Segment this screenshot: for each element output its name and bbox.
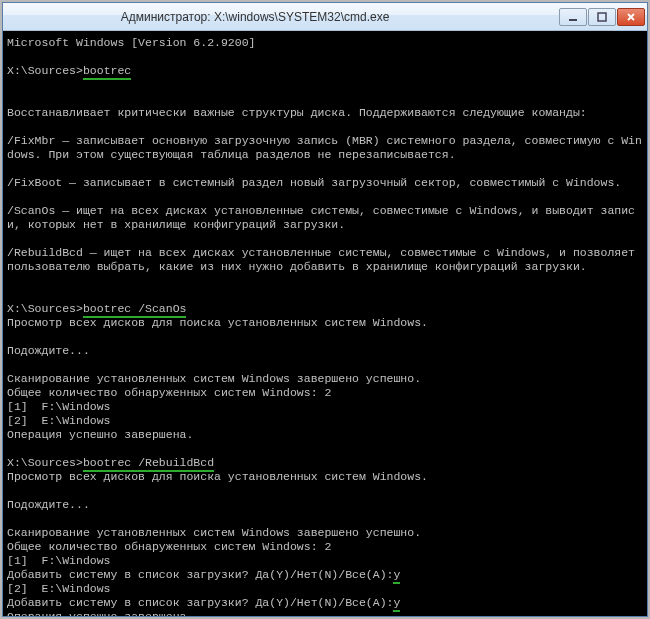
maximize-icon <box>597 12 607 22</box>
close-button[interactable] <box>617 8 645 26</box>
answer-1: y <box>393 568 400 584</box>
prompt-3: X:\Sources> <box>7 456 83 469</box>
scan-done-2: Сканирование установленных систем Window… <box>7 526 421 539</box>
close-icon <box>626 12 636 22</box>
fixmbr-desc: /FixMbr — записывает основную загрузочну… <box>7 134 642 161</box>
entry-1a: [1] F:\Windows <box>7 400 111 413</box>
svg-rect-1 <box>598 13 606 21</box>
window-title: Администратор: X:\windows\SYSTEM32\cmd.e… <box>11 10 559 24</box>
window-controls <box>559 8 645 26</box>
op-done-2: Операция успешно завершена. <box>7 610 193 616</box>
wait-msg-2: Подождите... <box>7 498 90 511</box>
scan-msg-2: Просмотр всех дисков для поиска установл… <box>7 470 428 483</box>
total-found-1: Общее количество обнаруженных систем Win… <box>7 386 331 399</box>
minimize-button[interactable] <box>559 8 587 26</box>
add-prompt-1: Добавить систему в список загрузки? Да(Y… <box>7 568 393 581</box>
add-prompt-2: Добавить систему в список загрузки? Да(Y… <box>7 596 393 609</box>
scanos-desc: /ScanOs — ищет на всех дисках установлен… <box>7 204 635 231</box>
fixboot-desc: /FixBoot — записывает в системный раздел… <box>7 176 621 189</box>
version-line: Microsoft Windows [Version 6.2.9200] <box>7 36 255 49</box>
op-done-1: Операция успешно завершена. <box>7 428 193 441</box>
entry-2a: [2] E:\Windows <box>7 414 111 427</box>
cmd-bootrec: bootrec <box>83 64 131 80</box>
total-found-2: Общее количество обнаруженных систем Win… <box>7 540 331 553</box>
console-output[interactable]: Microsoft Windows [Version 6.2.9200] X:\… <box>3 31 647 616</box>
cmd-window: Администратор: X:\windows\SYSTEM32\cmd.e… <box>2 2 648 617</box>
entry-1b: [1] F:\Windows <box>7 554 111 567</box>
answer-2: y <box>393 596 400 612</box>
prompt-2: X:\Sources> <box>7 302 83 315</box>
scan-msg-1: Просмотр всех дисков для поиска установл… <box>7 316 428 329</box>
prompt-1: X:\Sources> <box>7 64 83 77</box>
svg-rect-0 <box>569 19 577 21</box>
scan-done-1: Сканирование установленных систем Window… <box>7 372 421 385</box>
desc-header: Восстанавливает критически важные структ… <box>7 106 587 119</box>
entry-2b: [2] E:\Windows <box>7 582 111 595</box>
titlebar[interactable]: Администратор: X:\windows\SYSTEM32\cmd.e… <box>3 3 647 31</box>
rebuildbcd-desc: /RebuildBcd — ищет на всех дисках устано… <box>7 246 642 273</box>
minimize-icon <box>568 12 578 22</box>
maximize-button[interactable] <box>588 8 616 26</box>
wait-msg-1: Подождите... <box>7 344 90 357</box>
